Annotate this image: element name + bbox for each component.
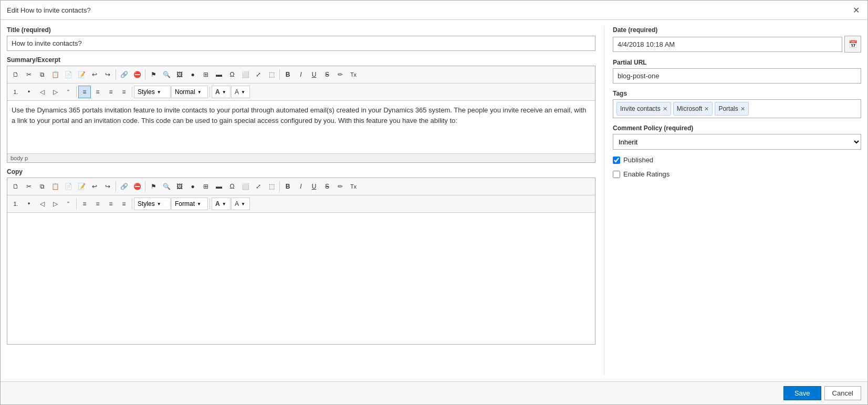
copy-paste-btn[interactable]: 📋 — [49, 180, 61, 193]
copy-copy-btn[interactable]: ⧉ — [36, 180, 48, 193]
date-input[interactable] — [613, 37, 842, 52]
align-left-btn[interactable]: ≡ — [78, 86, 91, 98]
paste-word-btn[interactable]: 📝 — [75, 68, 88, 81]
flag-btn[interactable]: ⚑ — [147, 68, 160, 81]
copy-align-center-btn[interactable]: ≡ — [91, 198, 104, 210]
copy-btn[interactable]: ⧉ — [36, 68, 48, 81]
copy-hr-btn[interactable]: ▬ — [213, 180, 225, 193]
new-doc-btn[interactable]: 🗋 — [9, 68, 22, 81]
copy-underline-btn[interactable]: U — [308, 180, 320, 193]
styles-dropdown-copy[interactable]: Styles ▼ — [134, 198, 171, 210]
dialog-footer: Save Cancel — [1, 381, 867, 404]
ul-btn[interactable]: • — [23, 86, 35, 98]
dialog-title: Edit How to invite contacts? — [7, 6, 91, 14]
strikethrough-btn[interactable]: S — [321, 68, 333, 81]
special-btn[interactable]: Ω — [226, 68, 238, 81]
fullscreen-btn[interactable]: ⤢ — [252, 68, 265, 81]
copy-redo-btn[interactable]: ↪ — [101, 180, 114, 193]
copy-iframe-btn[interactable]: ⬜ — [239, 180, 252, 193]
copy-indent-btn[interactable]: ▷ — [49, 198, 61, 210]
copy-italic-btn[interactable]: I — [295, 180, 307, 193]
copy-blockquote-btn[interactable]: " — [62, 198, 75, 210]
copy-align-left-btn[interactable]: ≡ — [78, 198, 91, 210]
copy-pen-btn[interactable]: ✏ — [334, 180, 347, 193]
published-checkbox[interactable] — [613, 157, 620, 164]
table-btn[interactable]: ⊞ — [200, 68, 212, 81]
align-right-btn[interactable]: ≡ — [104, 86, 117, 98]
tag-close-portals[interactable]: ✕ — [740, 106, 745, 112]
copy-bold-btn[interactable]: B — [281, 180, 294, 193]
tag-close-invite[interactable]: ✕ — [663, 106, 667, 112]
blockquote-btn[interactable]: " — [62, 86, 75, 98]
undo-btn[interactable]: ↩ — [88, 68, 101, 81]
search-btn[interactable]: 🔍 — [160, 68, 173, 81]
resize-btn[interactable]: ⬚ — [265, 68, 278, 81]
published-label: Published — [623, 156, 653, 164]
copy-undo-btn[interactable]: ↩ — [88, 180, 101, 193]
copy-search-btn[interactable]: 🔍 — [160, 180, 173, 193]
copy-align-right-btn[interactable]: ≡ — [104, 198, 117, 210]
copy-paste-word-btn[interactable]: 📝 — [75, 180, 88, 193]
iframe-btn[interactable]: ⬜ — [239, 68, 252, 81]
partial-url-input[interactable] — [613, 68, 861, 84]
close-button[interactable]: ✕ — [851, 5, 861, 15]
tag-close-microsoft[interactable]: ✕ — [704, 106, 709, 112]
copy-ul-btn[interactable]: • — [23, 198, 35, 210]
copy-fullscreen-btn[interactable]: ⤢ — [252, 180, 265, 193]
source-btn[interactable]: ● — [186, 68, 199, 81]
unlink-btn[interactable]: ⛔ — [131, 68, 143, 81]
bold-btn[interactable]: B — [281, 68, 294, 81]
copy-link-btn[interactable]: 🔗 — [118, 180, 130, 193]
pen-btn[interactable]: ✏ — [334, 68, 347, 81]
copy-ol-btn[interactable]: 1. — [9, 198, 22, 210]
cancel-button[interactable]: Cancel — [824, 386, 861, 400]
font-color-dropdown-summary[interactable]: A ▼ — [212, 86, 231, 98]
link-btn[interactable]: 🔗 — [118, 68, 130, 81]
calendar-button[interactable]: 📅 — [844, 36, 861, 53]
tag-label-invite: Invite contacts — [620, 105, 661, 112]
copy-new-doc-btn[interactable]: 🗋 — [9, 180, 22, 193]
paste-text-btn[interactable]: 📄 — [62, 68, 75, 81]
title-input[interactable] — [7, 36, 595, 51]
copy-image-btn[interactable]: 🖼 — [173, 180, 186, 193]
paste-btn[interactable]: 📋 — [49, 68, 61, 81]
copy-cut-btn[interactable]: ✂ — [23, 180, 35, 193]
ol-btn[interactable]: 1. — [9, 86, 22, 98]
italic-btn[interactable]: I — [295, 68, 307, 81]
copy-editor-content[interactable] — [7, 213, 595, 344]
copy-outdent-btn[interactable]: ◁ — [36, 198, 48, 210]
styles-dropdown-summary[interactable]: Styles ▼ — [134, 86, 171, 98]
copy-align-justify-btn[interactable]: ≡ — [118, 198, 130, 210]
copy-source-btn[interactable]: ● — [186, 180, 199, 193]
clear-format-btn[interactable]: Tx — [347, 68, 360, 81]
copy-special-btn[interactable]: Ω — [226, 180, 238, 193]
cut-btn[interactable]: ✂ — [23, 68, 35, 81]
comment-policy-select[interactable]: Inherit Open Closed Moderated — [613, 134, 861, 150]
hr-btn[interactable]: ▬ — [213, 68, 225, 81]
sep1 — [116, 69, 116, 80]
copy-paste-text-btn[interactable]: 📄 — [62, 180, 75, 193]
outdent-btn[interactable]: ◁ — [36, 86, 48, 98]
tag-microsoft: Microsoft ✕ — [673, 102, 713, 116]
copy-flag-btn[interactable]: ⚑ — [147, 180, 160, 193]
bg-color-dropdown-summary[interactable]: A ▼ — [231, 86, 250, 98]
align-center-btn[interactable]: ≡ — [91, 86, 104, 98]
enable-ratings-checkbox[interactable] — [613, 171, 620, 178]
font-color-dropdown-copy[interactable]: A ▼ — [212, 198, 231, 210]
copy-unlink-btn[interactable]: ⛔ — [131, 180, 143, 193]
image-btn[interactable]: 🖼 — [173, 68, 186, 81]
align-justify-btn[interactable]: ≡ — [118, 86, 130, 98]
format-dropdown-copy[interactable]: Format ▼ — [171, 198, 208, 210]
tags-container[interactable]: Invite contacts ✕ Microsoft ✕ Portals ✕ — [613, 99, 861, 118]
copy-table-btn[interactable]: ⊞ — [200, 180, 212, 193]
format-dropdown-summary[interactable]: Normal ▼ — [171, 86, 208, 98]
copy-clear-format-btn[interactable]: Tx — [347, 180, 360, 193]
redo-btn[interactable]: ↪ — [101, 68, 114, 81]
summary-editor-content[interactable]: Use the Dynamics 365 portals invitation … — [7, 101, 595, 153]
copy-strikethrough-btn[interactable]: S — [321, 180, 333, 193]
underline-btn[interactable]: U — [308, 68, 320, 81]
bg-color-dropdown-copy[interactable]: A ▼ — [231, 198, 250, 210]
save-button[interactable]: Save — [783, 386, 821, 400]
copy-resize-btn[interactable]: ⬚ — [265, 180, 278, 193]
indent-btn[interactable]: ▷ — [49, 86, 61, 98]
